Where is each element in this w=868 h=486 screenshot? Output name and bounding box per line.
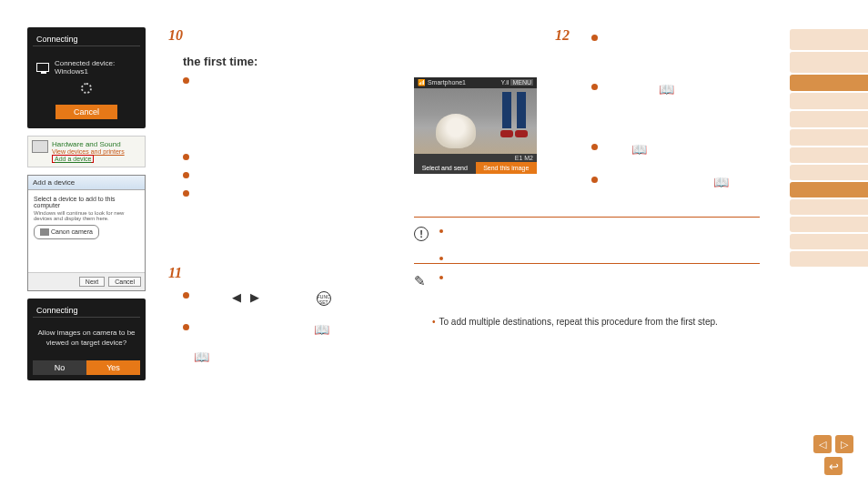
nav-item[interactable] <box>790 217 868 232</box>
dialog-title: Add a device <box>28 176 145 190</box>
device-name: Windows1 <box>55 67 88 76</box>
nav-item[interactable] <box>790 52 868 73</box>
list-item <box>183 152 396 165</box>
divider <box>414 217 760 218</box>
spinner-icon <box>81 83 92 94</box>
book-icon: 📖 <box>713 175 729 189</box>
list-item <box>183 76 396 88</box>
list-item: 📖 <box>591 175 760 189</box>
pencil-icon: ✎ <box>414 273 430 289</box>
book-icon: 📖 <box>314 322 329 337</box>
camera-allow-screen: Connecting Allow images on camera to be … <box>27 299 146 380</box>
return-button[interactable]: ↩ <box>824 457 843 475</box>
nav-item[interactable] <box>790 93 868 109</box>
list-item <box>591 33 760 46</box>
monitor-icon <box>36 63 49 72</box>
device-label: Connected device: <box>55 59 115 67</box>
hardware-sound-panel: Hardware and Sound View devices and prin… <box>27 136 146 167</box>
footnote: •To add multiple destinations, repeat th… <box>432 317 760 327</box>
list-item: ◀ ▶ FUNC SET <box>183 290 396 306</box>
next-page-button[interactable]: ▷ <box>835 435 853 453</box>
select-send-button[interactable]: Select and send <box>414 162 476 174</box>
step-11-number: 11 <box>168 265 396 281</box>
preview-image <box>414 88 537 154</box>
nav-item-active[interactable] <box>790 182 868 197</box>
cancel-button[interactable]: Cancel <box>108 277 141 287</box>
hw-link1[interactable]: View devices and printers <box>52 148 125 155</box>
wifi-icon: 📶 <box>418 79 426 86</box>
nav-item[interactable] <box>790 29 868 50</box>
menu-label[interactable]: MENU <box>510 79 533 86</box>
screen-title: Connecting <box>33 304 140 318</box>
target-name: Smartphone1 <box>428 79 466 86</box>
nav-item[interactable] <box>790 129 868 146</box>
side-nav <box>790 29 868 268</box>
camera-icon <box>40 228 49 236</box>
hw-link2[interactable]: Add a device <box>55 156 91 162</box>
nav-item[interactable] <box>790 234 868 249</box>
camera-connecting-screen: Connecting Connected device: Windows1 Ca… <box>27 27 146 128</box>
list-item: 📖 <box>183 322 396 337</box>
screen-title: Connecting <box>33 33 140 46</box>
book-icon: 📖 <box>659 82 674 96</box>
yes-button[interactable]: Yes <box>86 360 140 375</box>
next-button[interactable]: Next <box>79 277 105 287</box>
nav-item[interactable] <box>790 199 868 215</box>
func-set-icon: FUNC SET <box>317 291 331 306</box>
list-item: 📖 <box>591 82 760 96</box>
right-arrow-icon: ▶ <box>250 290 259 304</box>
step-12-number: 12 <box>555 27 570 44</box>
caution-icon: ! <box>414 227 429 241</box>
printer-icon <box>32 140 48 153</box>
book-icon: 📖 <box>194 349 209 364</box>
nav-item[interactable] <box>790 165 868 180</box>
nav-item[interactable] <box>790 147 868 163</box>
list-item: 📖 <box>591 142 760 157</box>
signal-icon: Y.il <box>501 79 510 86</box>
nav-item[interactable] <box>790 111 868 127</box>
divider <box>414 263 760 264</box>
add-device-dialog: Add a device Select a device to add to t… <box>27 175 146 291</box>
nav-item[interactable] <box>790 251 868 267</box>
dialog-prompt: Select a device to add to this computer <box>34 196 139 208</box>
cancel-button[interactable]: Cancel <box>56 105 117 119</box>
hw-title[interactable]: Hardware and Sound <box>52 140 125 148</box>
size-label: E1 M2 <box>414 154 537 162</box>
left-arrow-icon: ◀ <box>232 290 241 304</box>
allow-msg: Allow images on camera to be viewed on t… <box>33 323 140 353</box>
send-this-button[interactable]: Send this image <box>476 162 538 174</box>
step-10-heading: the first time: <box>183 55 396 68</box>
dialog-hint: Windows will continue to look for new de… <box>34 210 139 221</box>
book-icon: 📖 <box>631 142 647 157</box>
list-item <box>183 170 396 183</box>
device-item-label: Canon camera <box>51 228 93 235</box>
nav-item[interactable] <box>790 75 868 91</box>
prev-page-button[interactable]: ◁ <box>813 435 832 453</box>
no-button[interactable]: No <box>33 360 86 375</box>
camera-send-screen: 📶 Smartphone1 Y.il MENU E1 M2 Select and… <box>414 77 537 174</box>
list-item <box>183 188 396 201</box>
footnote-text: To add multiple destinations, repeat thi… <box>439 317 718 327</box>
device-item[interactable]: Canon camera <box>34 225 99 239</box>
step-10-number: 10 <box>168 27 396 44</box>
